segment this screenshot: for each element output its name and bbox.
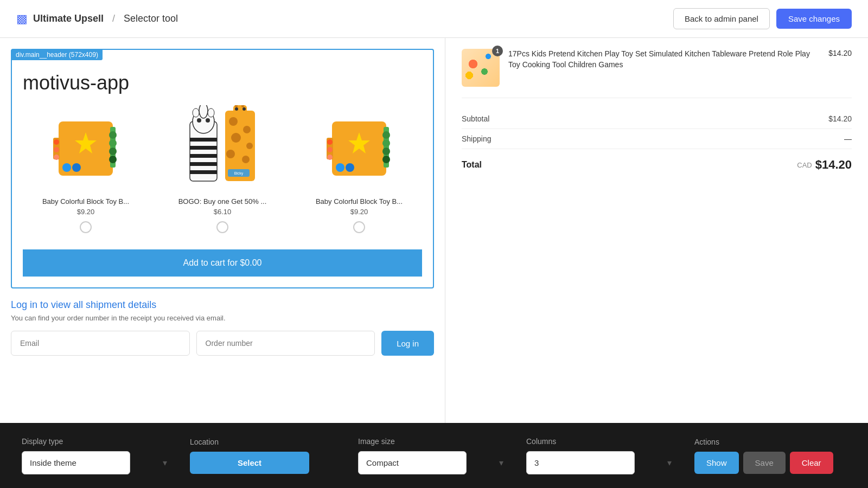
svg-rect-34 bbox=[241, 105, 244, 107]
display-type-select[interactable]: Inside theme Popup Inline bbox=[22, 451, 130, 474]
toolbar-display-type-group: Display type Inside theme Popup Inline ▾ bbox=[22, 437, 174, 474]
svg-point-42 bbox=[382, 139, 390, 147]
total-label: Total bbox=[462, 160, 482, 170]
svg-point-3 bbox=[109, 139, 117, 147]
svg-point-23 bbox=[197, 118, 201, 123]
display-type-wrapper: Inside theme Popup Inline ▾ bbox=[22, 451, 174, 474]
svg-point-46 bbox=[336, 163, 344, 172]
bottom-toolbar: Display type Inside theme Popup Inline ▾… bbox=[0, 423, 868, 488]
columns-chevron-icon: ▾ bbox=[667, 458, 672, 468]
svg-point-29 bbox=[246, 143, 253, 149]
header-left: ▩ Ultimate Upsell / Selector tool bbox=[16, 12, 178, 26]
left-panel: div.main__header (572x409) motivus-app bbox=[0, 38, 445, 423]
columns-select[interactable]: 1 2 3 4 5 bbox=[526, 451, 635, 474]
svg-text:Bicky: Bicky bbox=[234, 171, 244, 176]
actions-label: Actions bbox=[694, 438, 846, 446]
svg-point-28 bbox=[231, 133, 241, 143]
back-to-admin-button[interactable]: Back to admin panel bbox=[673, 8, 770, 29]
total-currency: CAD bbox=[797, 161, 812, 169]
header-right: Back to admin panel Save changes bbox=[673, 8, 852, 29]
svg-point-2 bbox=[109, 131, 117, 139]
product-radio-3[interactable] bbox=[353, 221, 365, 233]
cart-item-info: 17Pcs Kids Pretend Kitchen Play Toy Set … bbox=[508, 49, 820, 72]
toolbar-location-group: Location Select bbox=[190, 438, 342, 474]
svg-point-47 bbox=[346, 163, 354, 172]
shipping-value: — bbox=[844, 134, 852, 143]
svg-point-4 bbox=[109, 147, 117, 155]
cart-item: 1 17Pcs Kids Pretend Kitchen Play Toy Se… bbox=[462, 49, 852, 98]
login-title: Log in to view all shipment details bbox=[11, 299, 434, 311]
svg-rect-14 bbox=[190, 138, 217, 142]
product-name-1: Baby Colorful Block Toy B... bbox=[23, 197, 149, 206]
product-image-1 bbox=[23, 105, 149, 192]
svg-point-11 bbox=[54, 147, 59, 152]
product-image-2: Bicky bbox=[159, 105, 285, 192]
product-card-3: Baby Colorful Block Toy B... $9.20 bbox=[296, 105, 422, 233]
product-name-3: Baby Colorful Block Toy B... bbox=[296, 197, 422, 206]
columns-label: Columns bbox=[526, 437, 678, 446]
svg-point-24 bbox=[206, 118, 210, 123]
svg-point-7 bbox=[62, 163, 71, 172]
total-amount: CAD $14.20 bbox=[797, 158, 852, 172]
svg-point-21 bbox=[193, 108, 199, 117]
location-select-button[interactable]: Select bbox=[190, 452, 309, 474]
toolbar-image-size-group: Image size Compact Small Medium Large ▾ bbox=[358, 437, 510, 474]
svg-point-51 bbox=[327, 155, 333, 160]
product-name-2: BOGO: Buy one Get 50% ... bbox=[159, 197, 285, 206]
product-image-3 bbox=[296, 105, 422, 192]
shipping-row: Shipping — bbox=[462, 129, 852, 149]
save-changes-button[interactable]: Save changes bbox=[776, 9, 852, 29]
image-size-wrapper: Compact Small Medium Large ▾ bbox=[358, 451, 510, 474]
breadcrumb-sep: / bbox=[112, 13, 115, 24]
save-toolbar-button[interactable]: Save bbox=[743, 452, 786, 474]
login-form: Log in bbox=[11, 331, 434, 356]
svg-point-27 bbox=[243, 126, 251, 133]
add-to-cart-button[interactable]: Add to cart for $0.00 bbox=[23, 249, 422, 277]
product-price-1: $9.20 bbox=[23, 208, 149, 216]
login-subtitle: You can find your order number in the re… bbox=[11, 314, 434, 322]
widget-container: div.main__header (572x409) motivus-app bbox=[11, 49, 434, 288]
image-size-select[interactable]: Compact Small Medium Large bbox=[358, 451, 467, 474]
actions-buttons: Show Save Clear bbox=[694, 452, 846, 474]
product-price-3: $9.20 bbox=[296, 208, 422, 216]
product-card-2: Bicky BOGO: Buy one Get 50% ... $6.10 bbox=[159, 105, 285, 233]
svg-point-44 bbox=[382, 156, 390, 163]
show-button[interactable]: Show bbox=[694, 452, 739, 474]
svg-point-36 bbox=[242, 107, 246, 111]
zebra-toy-svg: Bicky bbox=[187, 105, 258, 192]
product-radio-1[interactable] bbox=[80, 221, 92, 233]
svg-rect-33 bbox=[235, 105, 238, 107]
product-radio-2[interactable] bbox=[216, 221, 228, 233]
svg-point-22 bbox=[208, 108, 214, 117]
email-input[interactable] bbox=[11, 331, 190, 356]
subtotal-label: Subtotal bbox=[462, 114, 489, 123]
main-content: div.main__header (572x409) motivus-app bbox=[0, 38, 868, 423]
top-header: ▩ Ultimate Upsell / Selector tool Back t… bbox=[0, 0, 868, 38]
svg-point-12 bbox=[54, 155, 59, 160]
location-label: Location bbox=[190, 438, 342, 446]
svg-rect-17 bbox=[190, 162, 217, 166]
svg-point-50 bbox=[327, 147, 333, 152]
display-type-chevron-icon: ▾ bbox=[163, 458, 167, 468]
widget-app-name: motivus-app bbox=[23, 72, 422, 94]
cart-item-name: 17Pcs Kids Pretend Kitchen Play Toy Set … bbox=[508, 49, 820, 70]
svg-point-31 bbox=[242, 156, 250, 163]
columns-wrapper: 1 2 3 4 5 ▾ bbox=[526, 451, 678, 474]
breadcrumb-current: Selector tool bbox=[124, 13, 178, 24]
svg-point-20 bbox=[199, 105, 208, 118]
subtotal-value: $14.20 bbox=[828, 114, 852, 123]
total-value: $14.20 bbox=[815, 158, 852, 172]
shipping-label: Shipping bbox=[462, 134, 492, 143]
product-price-2: $6.10 bbox=[159, 208, 285, 216]
svg-rect-16 bbox=[190, 154, 217, 158]
order-number-input[interactable] bbox=[196, 331, 375, 356]
login-button[interactable]: Log in bbox=[381, 331, 434, 356]
widget-label: div.main__header (572x409) bbox=[11, 49, 103, 60]
svg-point-8 bbox=[72, 163, 81, 172]
svg-point-35 bbox=[235, 107, 238, 111]
product-card: Baby Colorful Block Toy B... $9.20 bbox=[23, 105, 149, 233]
cart-totals: Subtotal $14.20 Shipping — Total CAD $14… bbox=[462, 109, 852, 177]
svg-point-30 bbox=[226, 150, 235, 158]
app-title: Ultimate Upsell bbox=[33, 13, 104, 24]
clear-button[interactable]: Clear bbox=[790, 452, 833, 474]
